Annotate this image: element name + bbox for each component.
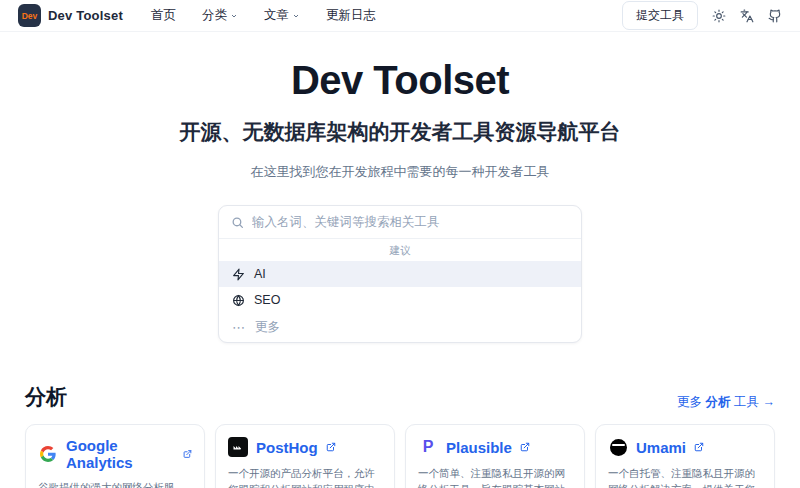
google-analytics-logo-icon [38,444,58,464]
github-button[interactable] [768,9,782,23]
nav-home-label: 首页 [151,7,176,24]
tool-title: PostHog [256,439,318,456]
suggestion-item-ai[interactable]: AI [219,261,581,287]
zap-icon [232,268,245,281]
submit-tool-button[interactable]: 提交工具 [622,1,698,30]
main-nav: 首页 分类 文章 更新日志 [151,7,376,24]
nav-home[interactable]: 首页 [151,7,176,24]
sun-icon [712,9,726,23]
chevron-down-icon [292,12,300,20]
globe-icon [232,294,245,307]
card-title-row[interactable]: PostHog [228,437,382,457]
hero: Dev Toolset 开源、无数据库架构的开发者工具资源导航平台 在这里找到您… [0,58,800,181]
brand-logo-text: Dev [22,11,38,21]
plausible-logo-icon: P [418,437,438,457]
languages-icon [740,9,754,23]
nav-changelog[interactable]: 更新日志 [326,7,376,24]
suggestion-label: AI [254,267,266,281]
hero-subtitle: 开源、无数据库架构的开发者工具资源导航平台 [0,118,800,146]
nav-categories[interactable]: 分类 [202,7,238,24]
ellipsis-icon: ⋯ [232,324,246,332]
search-input[interactable] [252,215,569,229]
brand[interactable]: Dev Dev Toolset [18,4,123,27]
search-row [219,206,581,239]
tool-card-umami: Umami 一个自托管、注重隐私且开源的网络分析解决方案，提供关于您网站性能的详… [595,424,775,488]
brand-logo-icon: Dev [18,4,41,27]
external-link-icon [183,449,192,459]
more-link-category: 分析 [706,395,731,409]
github-icon [768,9,782,23]
umami-logo-icon [608,437,628,457]
search-panel: 建议 AI SEO ⋯ 更多 [218,205,582,343]
external-link-icon [694,442,704,452]
language-toggle-button[interactable] [740,9,754,23]
suggestion-item-more[interactable]: ⋯ 更多 [219,313,581,342]
more-analytics-link[interactable]: 更多 分析 工具 → [677,394,775,411]
tool-title: Umami [636,439,686,456]
suggestion-label: SEO [254,293,280,307]
tool-description: 一个简单、注重隐私且开源的网络分析工具，旨在跟踪基本网站指标，同时不侵犯用户隐私… [418,465,572,488]
navbar: Dev Dev Toolset 首页 分类 文章 更新日志 提交工具 [0,0,800,32]
card-title-row[interactable]: Google Analytics [38,437,192,471]
page-title: Dev Toolset [0,58,800,103]
suggestions-label: 建议 [219,239,581,261]
tool-card-posthog: PostHog 一个开源的产品分析平台，允许您跟踪和分析网站和应用程序中的用户行… [215,424,395,488]
tool-description: 一个自托管、注重隐私且开源的网络分析解决方案，提供关于您网站性能的详细洞察。 [608,465,762,488]
tool-title: Plausible [446,439,512,456]
tool-card-plausible: P Plausible 一个简单、注重隐私且开源的网络分析工具，旨在跟踪基本网站… [405,424,585,488]
brand-name: Dev Toolset [48,8,123,23]
tool-card-grid: Google Analytics 谷歌提供的强大的网络分析服务，可跟踪和报告网站… [0,424,800,488]
tool-description: 谷歌提供的强大的网络分析服务，可跟踪和报告网站流量、用户行为和转化率。 [38,479,192,488]
tool-card-google-analytics: Google Analytics 谷歌提供的强大的网络分析服务，可跟踪和报告网站… [25,424,205,488]
suggestion-item-seo[interactable]: SEO [219,287,581,313]
posthog-logo-icon [228,437,248,457]
navbar-actions: 提交工具 [622,1,782,30]
hero-tagline: 在这里找到您在开发旅程中需要的每一种开发者工具 [0,163,800,181]
tool-title: Google Analytics [66,437,175,471]
more-link-suffix: 工具 → [731,395,775,409]
suggestion-label: 更多 [255,319,280,336]
theme-toggle-button[interactable] [712,9,726,23]
more-link-prefix: 更多 [677,395,705,409]
external-link-icon [520,442,530,452]
analytics-section-header: 分析 更多 分析 工具 → [0,383,800,411]
section-title: 分析 [25,383,67,411]
nav-articles-label: 文章 [264,7,289,24]
search-icon [231,216,244,229]
tool-description: 一个开源的产品分析平台，允许您跟踪和分析网站和应用程序中的用户行为。 [228,465,382,488]
nav-categories-label: 分类 [202,7,227,24]
nav-changelog-label: 更新日志 [326,7,376,24]
chevron-down-icon [230,12,238,20]
external-link-icon [326,442,336,452]
card-title-row[interactable]: P Plausible [418,437,572,457]
nav-articles[interactable]: 文章 [264,7,300,24]
card-title-row[interactable]: Umami [608,437,762,457]
